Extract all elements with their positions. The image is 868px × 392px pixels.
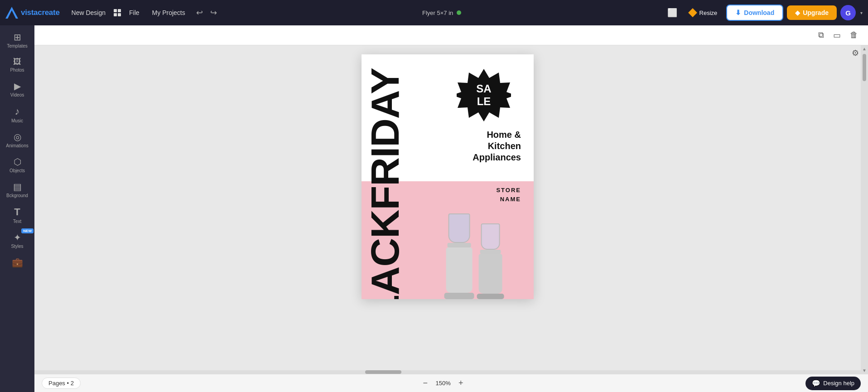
canvas-viewport: BLACKFRIDAY SA LE Home &KitchenAppliance… — [34, 45, 861, 374]
black-friday-text: BLACKFRIDAY — [367, 68, 403, 299]
blender-base-left — [444, 293, 474, 299]
sidebar-item-music[interactable]: ♪ Music — [2, 103, 33, 127]
document-info: Flyer 5×7 in — [223, 10, 661, 16]
sidebar-item-label-objects: Objects — [10, 168, 25, 173]
text-icon: T — [14, 207, 20, 217]
chat-icon: 💬 — [812, 379, 820, 387]
sidebar-item-text[interactable]: T Text — [2, 203, 33, 227]
music-icon: ♪ — [15, 106, 20, 116]
document-title: Flyer 5×7 in — [422, 10, 453, 16]
sidebar-item-label-templates: Templates — [7, 44, 28, 48]
templates-icon: ⊞ — [14, 33, 21, 42]
sidebar-item-label-photos: Photos — [10, 68, 24, 73]
main-canvas-area: ⧉ ▭ 🗑 ⚙ BLACKFRIDAY SA LE — [34, 25, 868, 392]
sidebar-item-label-styles: Styles — [11, 244, 23, 249]
duplicate-canvas-button[interactable]: ⧉ — [815, 29, 827, 42]
svg-text:LE: LE — [477, 95, 491, 107]
blender-body-right — [479, 254, 502, 294]
design-canvas[interactable]: BLACKFRIDAY SA LE Home &KitchenAppliance… — [362, 54, 534, 299]
redo-button[interactable]: ↪ — [207, 6, 220, 19]
left-sidebar: ⊞ Templates 🖼 Photos ▶ Videos ♪ Music ◎ … — [0, 25, 34, 392]
zoom-out-button[interactable]: − — [420, 377, 431, 389]
brand-icon: 💼 — [12, 258, 23, 267]
my-projects-button[interactable]: My Projects — [148, 6, 190, 19]
zoom-controls: − 150% + — [420, 377, 466, 389]
animations-icon: ◎ — [14, 132, 21, 141]
photos-icon: 🖼 — [13, 58, 21, 66]
bottom-bar: Pages • 2 − 150% + 💬 Design help — [34, 374, 868, 392]
blender-jar-left — [448, 213, 470, 243]
pages-button[interactable]: Pages • 2 — [42, 377, 81, 389]
store-name-text: STORENAME — [496, 186, 521, 203]
avatar[interactable]: G — [840, 5, 856, 20]
nav-right-actions: ⬜ Resize ⬇ Download ◆ Upgrade G ▾ — [664, 5, 863, 21]
new-design-button[interactable]: New Design — [67, 6, 110, 19]
blender-lid-left — [448, 243, 471, 247]
svg-text:SA: SA — [476, 82, 491, 95]
logo[interactable]: vistacreate — [5, 7, 60, 19]
scroll-down-arrow[interactable]: ▼ — [861, 367, 868, 374]
home-kitchen-text: Home &KitchenAppliances — [473, 129, 521, 163]
download-icon: ⬇ — [735, 9, 741, 17]
download-button[interactable]: ⬇ Download — [726, 5, 783, 21]
scroll-up-arrow[interactable]: ▲ — [861, 45, 868, 52]
upgrade-diamond-icon: ◆ — [795, 9, 800, 16]
undo-button[interactable]: ↩ — [193, 6, 206, 19]
blender-right — [477, 223, 504, 299]
avatar-dropdown-chevron[interactable]: ▾ — [860, 10, 863, 15]
undo-redo-controls: ↩ ↪ — [193, 6, 220, 19]
sidebar-item-brand[interactable]: 💼 — [2, 254, 33, 271]
canvas-toolbar: ⧉ ▭ 🗑 — [34, 25, 868, 45]
scrollbar-thumb[interactable] — [863, 54, 866, 81]
videos-icon: ▶ — [14, 82, 21, 91]
blender-illustration — [444, 213, 504, 299]
blender-body-left — [446, 247, 473, 293]
sidebar-item-label-videos: Videos — [10, 92, 24, 97]
delete-canvas-button[interactable]: 🗑 — [847, 29, 861, 42]
sidebar-item-templates[interactable]: ⊞ Templates — [2, 29, 33, 52]
sidebar-item-background[interactable]: ▤ Bckground — [2, 179, 33, 202]
design-help-button[interactable]: 💬 Design help — [805, 377, 861, 390]
objects-icon: ⬡ — [14, 157, 21, 166]
logo-icon — [5, 7, 18, 19]
background-icon: ▤ — [13, 182, 22, 191]
zoom-value: 150% — [434, 380, 452, 387]
zoom-in-button[interactable]: + — [456, 377, 466, 389]
horizontal-scrollbar-thumb[interactable] — [365, 370, 401, 374]
sidebar-item-videos[interactable]: ▶ Videos — [2, 78, 33, 101]
grid-icon — [114, 9, 121, 16]
vertical-scrollbar[interactable]: ▲ ▼ — [861, 45, 868, 374]
save-status-dot — [457, 10, 461, 15]
styles-icon: ✦ — [14, 233, 21, 242]
blender-jar-right — [481, 223, 500, 250]
logo-text: vistacreate — [21, 8, 60, 17]
sidebar-item-label-music: Music — [11, 118, 23, 123]
resize-diamond-icon — [688, 8, 697, 17]
sidebar-item-styles[interactable]: ✦ Styles NEW — [2, 229, 33, 252]
blender-base-right — [477, 294, 504, 299]
sale-badge: SA LE — [457, 68, 506, 118]
file-menu-button[interactable]: File — [125, 6, 144, 19]
top-navigation: vistacreate New Design File My Projects … — [0, 0, 868, 25]
sidebar-item-label-background: Bckground — [6, 193, 28, 198]
sale-starburst-svg: SA LE — [457, 68, 511, 122]
sidebar-item-label-text: Text — [13, 219, 21, 224]
blender-left — [444, 213, 474, 299]
preview-button[interactable]: ⬜ — [664, 5, 680, 21]
sidebar-item-photos[interactable]: 🖼 Photos — [2, 54, 33, 76]
sidebar-item-label-animations: Animations — [6, 143, 28, 148]
horizontal-scrollbar[interactable] — [34, 370, 861, 374]
resize-button[interactable]: Resize — [684, 7, 723, 19]
blender-lid-right — [480, 250, 501, 254]
sidebar-item-objects[interactable]: ⬡ Objects — [2, 154, 33, 177]
resize-canvas-button[interactable]: ▭ — [830, 29, 844, 42]
upgrade-button[interactable]: ◆ Upgrade — [787, 5, 837, 20]
new-badge: NEW — [21, 228, 34, 233]
sidebar-item-animations[interactable]: ◎ Animations — [2, 129, 33, 152]
